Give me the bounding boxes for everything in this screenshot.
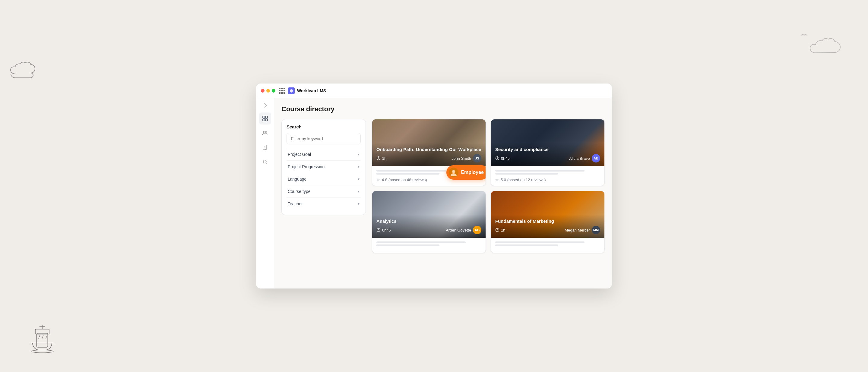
filter-item-project-progression[interactable]: Project Progression ▾ [286, 160, 361, 173]
filter-label-language: Language [288, 177, 306, 181]
teacher-avatar-js: JS [473, 154, 482, 163]
course-duration-3: 0h45 [376, 228, 391, 232]
sidebar-item-users[interactable] [259, 127, 271, 139]
filter-label-project-goal: Project Goal [288, 152, 311, 157]
window-controls [261, 89, 275, 93]
main-content: Course directory Search Project Goal ▾ P… [274, 98, 612, 289]
app-body: Course directory Search Project Goal ▾ P… [256, 98, 612, 289]
rating-bar-5 [376, 241, 466, 243]
rating-bar-3 [495, 170, 585, 172]
teacher-avatar-ag: AG [473, 226, 482, 234]
course-card-1[interactable]: Onboarding Path: Understanding Our Workp… [372, 119, 486, 186]
employee-tooltip: Employee [446, 165, 486, 180]
course-card-2[interactable]: Security and compliance 0h45 [491, 119, 605, 186]
svg-point-5 [31, 350, 53, 353]
course-card-bottom-3 [372, 238, 486, 253]
filter-item-course-type[interactable]: Course type ▾ [286, 185, 361, 198]
rating-bar-2 [376, 173, 439, 174]
chevron-down-icon: ▾ [358, 202, 360, 206]
title-bar: Workleap LMS [256, 83, 612, 98]
sidebar-expand-button[interactable] [261, 102, 269, 109]
course-meta-2: 0h45 Alicia Bravo AB [495, 154, 600, 163]
course-duration-2: 0h45 [495, 156, 510, 161]
content-layout: Search Project Goal ▾ Project Progressio… [281, 119, 605, 253]
course-title-4: Fundamentals of Marketing [495, 218, 600, 224]
teacher-avatar-ab: AB [592, 154, 600, 163]
course-title-1: Onboarding Path: Understanding Our Workp… [376, 146, 482, 153]
filter-section-title: Search [286, 124, 361, 129]
course-card-image-2: Security and compliance 0h45 [491, 120, 604, 166]
chevron-down-icon: ▾ [358, 177, 360, 181]
star-icon: ☆ [376, 177, 380, 182]
course-teacher-1: John Smith JS [452, 154, 482, 163]
course-card-4[interactable]: Fundamentals of Marketing 1h [491, 191, 605, 253]
filter-label-course-type: Course type [288, 189, 310, 194]
sidebar-item-search[interactable] [259, 156, 271, 168]
filter-keyword-input[interactable] [286, 133, 361, 144]
course-rating-2: ☆ 5.0 (based on 12 reviews) [495, 177, 600, 182]
filter-item-language[interactable]: Language ▾ [286, 173, 361, 185]
svg-rect-9 [266, 119, 268, 121]
app-logo [288, 88, 294, 94]
app-title: Workleap LMS [297, 88, 326, 93]
chevron-down-icon: ▾ [358, 189, 360, 194]
svg-point-15 [263, 160, 266, 163]
bird-decoration [801, 33, 808, 39]
course-title-2: Security and compliance [495, 146, 600, 153]
filter-label-teacher: Teacher [288, 201, 303, 206]
app-grid-icon [279, 88, 285, 94]
filter-label-project-progression: Project Progression [288, 164, 324, 169]
sidebar [256, 98, 274, 289]
rating-bar-8 [495, 244, 558, 246]
course-teacher-3: Arden Goyette AG [446, 226, 482, 234]
chevron-down-icon: ▾ [358, 165, 360, 169]
teacher-avatar-mm: MM [592, 226, 600, 234]
svg-rect-8 [263, 119, 265, 121]
course-card-3[interactable]: Analytics 0h45 [372, 191, 486, 253]
cloud-decoration-left [9, 60, 45, 78]
rating-bar-7 [495, 241, 585, 243]
employee-label: Employee [461, 170, 484, 175]
coffee-decoration [24, 314, 60, 354]
filter-item-project-goal[interactable]: Project Goal ▾ [286, 148, 361, 160]
cloud-decoration-right [808, 36, 850, 62]
course-duration-4: 1h [495, 228, 505, 232]
course-teacher-4: Megan Mercer MM [565, 226, 600, 234]
rating-bar-4 [495, 173, 558, 174]
star-icon: ☆ [495, 177, 499, 182]
course-overlay-1: Onboarding Path: Understanding Our Workp… [372, 143, 486, 166]
maximize-dot[interactable] [272, 89, 275, 93]
sidebar-item-grid[interactable] [259, 112, 271, 125]
course-overlay-2: Security and compliance 0h45 [491, 143, 604, 166]
svg-point-18 [452, 170, 455, 173]
sidebar-item-book[interactable] [259, 141, 271, 154]
course-grid: Onboarding Path: Understanding Our Workp… [372, 119, 605, 253]
course-card-image-1: Onboarding Path: Understanding Our Workp… [372, 120, 486, 166]
filter-panel: Search Project Goal ▾ Project Progressio… [281, 119, 366, 215]
svg-point-11 [266, 131, 267, 133]
app-window: Workleap LMS [256, 83, 612, 289]
rating-bars-4 [495, 241, 600, 246]
rating-bars-3 [376, 241, 482, 246]
course-card-image-3: Analytics 0h45 [372, 191, 486, 238]
svg-rect-0 [37, 333, 48, 347]
course-card-bottom-2: ☆ 5.0 (based on 12 reviews) [491, 166, 604, 186]
filter-item-teacher[interactable]: Teacher ▾ [286, 198, 361, 210]
course-teacher-2: Alicia Bravo AB [569, 154, 600, 163]
close-dot[interactable] [261, 89, 265, 93]
course-card-bottom-4 [491, 238, 604, 253]
page-title: Course directory [281, 105, 605, 113]
chevron-down-icon: ▾ [358, 152, 360, 157]
rating-bar-6 [376, 244, 439, 246]
svg-rect-7 [266, 116, 268, 118]
course-meta-3: 0h45 Arden Goyette AG [376, 226, 482, 234]
course-card-image-4: Fundamentals of Marketing 1h [491, 191, 604, 238]
minimize-dot[interactable] [266, 89, 270, 93]
svg-rect-6 [263, 116, 265, 118]
course-title-3: Analytics [376, 218, 482, 224]
rating-bars-2 [495, 170, 600, 174]
course-overlay-3: Analytics 0h45 [372, 215, 486, 238]
course-meta-1: 1h John Smith JS [376, 154, 482, 163]
svg-point-10 [263, 131, 265, 133]
course-meta-4: 1h Megan Mercer MM [495, 226, 600, 234]
